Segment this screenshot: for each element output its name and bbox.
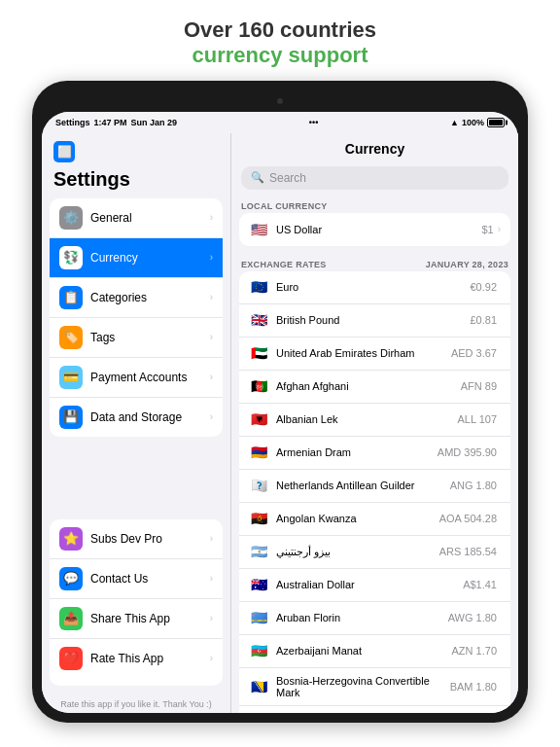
currency-name: Aruban Florin: [276, 612, 448, 623]
currency-scroll[interactable]: LOCAL CURRENCY 🇺🇸 US Dollar $1 › EXCHANG…: [231, 196, 518, 713]
currency-name: Armenian Dram: [276, 446, 438, 458]
sidebar-item-label: Payment Accounts: [90, 371, 210, 384]
currency-name: Australian Dollar: [276, 579, 463, 590]
sidebar-bottom-section: ⭐ Subs Dev Pro › 💬 Contact Us › 📤 Share …: [50, 519, 223, 686]
sidebar-item-share-app[interactable]: 📤 Share This App ›: [50, 599, 223, 639]
local-currency-chevron: ›: [498, 224, 501, 234]
flag-emoji: 🇦🇳: [249, 478, 268, 493]
sidebar-item-data-storage[interactable]: 💾 Data and Storage ›: [50, 398, 223, 437]
flag-emoji: 🇦🇴: [249, 511, 268, 526]
sidebar-item-subs-dev-pro[interactable]: ⭐ Subs Dev Pro ›: [50, 519, 223, 559]
currency-row[interactable]: 🇪🇺 Euro €0.92: [239, 271, 510, 304]
chevron-icon: ›: [210, 292, 213, 302]
sidebar-item-label: Rate This App: [90, 652, 210, 665]
sidebar-item-categories[interactable]: 📋 Categories ›: [50, 278, 223, 318]
search-placeholder: Search: [269, 171, 306, 185]
content-title: Currency: [345, 141, 404, 157]
exchange-rates-header: EXCHANGE RATES JANUARY 28, 2023: [231, 254, 518, 271]
currency-row[interactable]: 🇦🇫 Afghan Afghani AFN 89: [239, 371, 510, 404]
sidebar-item-currency[interactable]: 💱 Currency ›: [50, 238, 223, 278]
local-currency-name: US Dollar: [276, 224, 481, 235]
flag-emoji: 🇧🇦: [249, 679, 268, 694]
sidebar-app-icon-symbol: ⬜: [57, 145, 72, 159]
banner-title: Over 160 countries: [0, 18, 560, 43]
screen: Settings 1:47 PM Sun Jan 29 ••• ▲ 100%: [42, 112, 518, 713]
local-flag: 🇺🇸: [249, 222, 268, 237]
currency-name: Angolan Kwanza: [276, 513, 439, 524]
currency-row[interactable]: 🇦🇿 Azerbaijani Manat AZN 1.70: [239, 635, 510, 668]
currency-row[interactable]: 🇦🇱 Albanian Lek ALL 107: [239, 404, 510, 437]
rate-app-icon: ❤️: [59, 647, 83, 670]
search-bar-container: 🔍 Search: [231, 162, 518, 196]
status-dots: •••: [309, 118, 318, 127]
currency-row[interactable]: 🇦🇪 United Arab Emirates Dirham AED 3.67: [239, 338, 510, 371]
sidebar-header: ⬜: [42, 133, 230, 168]
exchange-rates-label: EXCHANGE RATES: [241, 260, 327, 269]
more-dots: •••: [309, 118, 318, 127]
sidebar-item-label: Subs Dev Pro: [90, 532, 210, 546]
sidebar: ⬜ Settings ⚙️ General › 💱 Currency ›: [42, 133, 231, 713]
currency-row[interactable]: 🇦🇺 Australian Dollar A$1.41: [239, 569, 510, 602]
flag-emoji: 🇦🇿: [249, 643, 268, 658]
data-storage-icon: 💾: [59, 406, 83, 429]
flag-emoji: 🇦🇷: [249, 544, 268, 559]
currency-name: Bosnia-Herzegovina Convertible Mark: [276, 675, 450, 698]
flag-emoji: 🇦🇪: [249, 345, 268, 361]
local-currency-value: $1: [481, 224, 493, 235]
sidebar-item-tags[interactable]: 🏷️ Tags ›: [50, 318, 223, 358]
currency-value: AMD 395.90: [438, 446, 497, 458]
sidebar-item-label: General: [90, 211, 210, 225]
chevron-icon: ›: [210, 653, 213, 663]
sidebar-item-label: Data and Storage: [90, 410, 210, 424]
split-view: ⬜ Settings ⚙️ General › 💱 Currency ›: [42, 133, 518, 713]
currency-name: United Arab Emirates Dirham: [276, 347, 451, 359]
chevron-icon: ›: [210, 372, 213, 382]
currency-value: ARS 185.54: [439, 546, 497, 557]
sidebar-item-label: Tags: [90, 331, 210, 344]
flag-emoji: 🇦🇼: [249, 610, 268, 625]
local-currency-section: 🇺🇸 US Dollar $1 ›: [239, 213, 510, 246]
chevron-icon: ›: [210, 212, 213, 223]
sidebar-item-payment-accounts[interactable]: 💳 Payment Accounts ›: [50, 358, 223, 398]
camera-dot: [277, 98, 283, 104]
flag-emoji: 🇬🇧: [249, 312, 268, 328]
device-frame: Settings 1:47 PM Sun Jan 29 ••• ▲ 100%: [32, 81, 528, 723]
sidebar-main-section: ⚙️ General › 💱 Currency › 📋 Categories ›: [50, 198, 223, 437]
currency-value: AFN 89: [461, 380, 497, 392]
sidebar-app-icon: ⬜: [53, 141, 75, 162]
currency-row[interactable]: 🇦🇳 Netherlands Antillean Guilder ANG 1.8…: [239, 470, 510, 503]
subs-dev-pro-icon: ⭐: [59, 527, 83, 551]
status-left: Settings 1:47 PM Sun Jan 29: [55, 118, 177, 127]
chevron-icon: ›: [210, 411, 213, 422]
currency-row[interactable]: 🇦🇴 Angolan Kwanza AOA 504.28: [239, 503, 510, 536]
currency-row[interactable]: 🇦🇼 Aruban Florin AWG 1.80: [239, 602, 510, 635]
currency-value: ALL 107: [457, 413, 497, 425]
sidebar-item-general[interactable]: ⚙️ General ›: [50, 198, 223, 238]
currency-value: AWG 1.80: [448, 612, 497, 623]
currency-row[interactable]: 🇦🇲 Armenian Dram AMD 395.90: [239, 437, 510, 470]
currency-name: Netherlands Antillean Guilder: [276, 480, 450, 491]
currency-name: Azerbaijani Manat: [276, 645, 452, 657]
search-bar[interactable]: 🔍 Search: [241, 166, 508, 190]
status-right: ▲ 100%: [450, 118, 505, 127]
content-header: Currency: [231, 133, 518, 162]
currency-row[interactable]: 🇧🇦 Bosnia-Herzegovina Convertible Mark B…: [239, 668, 510, 706]
battery-icon: [487, 118, 505, 127]
main-content: Currency 🔍 Search LOCAL CURRENCY 🇺🇸 US D: [231, 133, 518, 713]
wifi-icon: ▲: [450, 118, 459, 127]
currency-value: BAM 1.80: [450, 681, 497, 693]
payment-accounts-icon: 💳: [59, 366, 83, 389]
flag-emoji: 🇦🇺: [249, 577, 268, 592]
sidebar-item-contact-us[interactable]: 💬 Contact Us ›: [50, 559, 223, 599]
flag-emoji: 🇦🇲: [249, 445, 268, 460]
currency-value: AOA 504.28: [439, 513, 497, 524]
contact-us-icon: 💬: [59, 567, 83, 590]
rate-text: Rate this app if you like it. Thank You …: [42, 695, 230, 713]
status-bar: Settings 1:47 PM Sun Jan 29 ••• ▲ 100%: [42, 112, 518, 133]
local-currency-row[interactable]: 🇺🇸 US Dollar $1 ›: [239, 213, 510, 246]
currency-row[interactable]: 🇧🇧 Barbadian Dollar BBD 2.02: [239, 706, 510, 713]
currency-row[interactable]: 🇦🇷 بيزو أرجنتيني ARS 185.54: [239, 536, 510, 569]
currency-row[interactable]: 🇬🇧 British Pound £0.81: [239, 304, 510, 338]
sidebar-item-rate-app[interactable]: ❤️ Rate This App ›: [50, 639, 223, 678]
sidebar-item-label: Contact Us: [90, 572, 210, 586]
